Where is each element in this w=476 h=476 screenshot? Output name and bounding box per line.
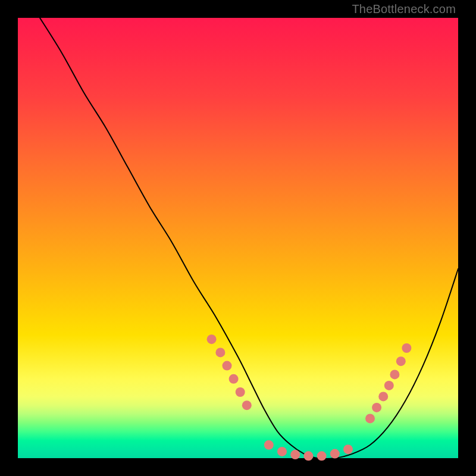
marker-dot [372,403,381,412]
marker-dot [215,347,225,357]
marker-dot [290,450,300,459]
marker-dot [264,440,274,450]
marker-dot [207,334,217,344]
marker-dot [277,447,287,456]
marker-dot [402,343,411,353]
marker-dot [303,451,313,461]
watermark-text: TheBottleneck.com [352,2,456,16]
chart-frame: TheBottleneck.com [0,0,476,476]
marker-dots [207,334,412,461]
bottleneck-curve [40,18,458,459]
plot-area [18,18,458,458]
marker-dot [365,414,375,423]
marker-dot [223,361,232,371]
marker-dot [378,392,388,401]
marker-dot [242,400,252,410]
marker-dot [330,449,340,459]
marker-dot [390,369,399,379]
marker-dot [396,356,406,366]
marker-dot [229,374,239,384]
marker-dot [317,451,327,461]
marker-dot [236,387,245,397]
marker-dot [343,444,353,454]
curve-layer [18,18,458,458]
marker-dot [384,381,394,390]
